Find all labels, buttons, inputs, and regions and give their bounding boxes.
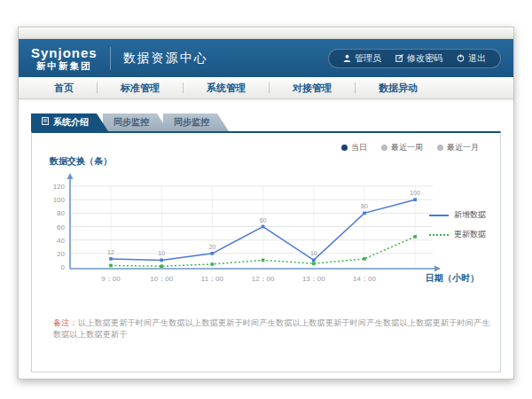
tab-label: 系统介绍 [53,113,89,131]
period-label: 当日 [351,142,367,153]
svg-text:12：00: 12：00 [252,275,275,283]
svg-text:11：00: 11：00 [201,275,224,283]
footnote-text: 以上数据更新于时间产生数据以上数据更新于时间产生数据以上数据更新于时间产生数据以… [53,318,490,339]
change-password-label: 修改密码 [407,52,442,65]
svg-text:40: 40 [57,237,65,245]
logout-button[interactable]: 退出 [450,52,493,65]
tab-label: 同步监控 [174,117,209,127]
nav-item-system-mgmt[interactable]: 系统管理 [184,82,269,95]
svg-text:0: 0 [61,263,66,271]
svg-text:120: 120 [53,183,66,191]
nav-item-standard-mgmt[interactable]: 标准管理 [98,82,183,95]
svg-text:20: 20 [209,244,216,250]
window-top-strip [19,27,513,39]
nav-item-interface-mgmt[interactable]: 对接管理 [270,82,355,95]
period-option-last-week[interactable]: 最近一周 [381,142,423,153]
solid-line-icon [429,215,449,216]
logo-chinese-name: 新中新集团 [31,60,98,71]
y-axis-title: 数据交换（条） [50,155,112,168]
user-menu: 管理员 修改密码 退出 [328,49,501,68]
svg-text:100: 100 [53,196,66,204]
radio-icon [381,145,387,151]
power-icon [457,54,465,62]
legend-label: 新增数据 [454,209,486,221]
tab-bar: 系统介绍 同步监控 同步监控 [31,113,501,131]
logout-label: 退出 [468,52,486,65]
svg-text:10: 10 [310,250,317,256]
edit-icon [395,54,403,62]
svg-text:10：00: 10：00 [150,275,173,283]
legend-entry-update-data: 更新数据 [429,229,486,240]
tab-label: 同步监控 [113,117,149,127]
header-divider [110,47,111,70]
logo-wordmark: Synjones [31,45,98,60]
nav-item-home[interactable]: 首页 [31,82,97,95]
svg-text:60: 60 [260,217,267,223]
svg-text:10: 10 [158,250,165,256]
app-header: Synjones 新中新集团 数据资源中心 管理员 修改密码 [19,39,513,77]
period-label: 最近一月 [447,142,479,153]
document-icon [42,113,49,131]
tab-system-intro[interactable]: 系统介绍 [31,113,108,131]
svg-text:12: 12 [107,249,114,255]
period-label: 最近一周 [391,142,423,153]
svg-text:9：00: 9：00 [101,275,121,283]
tab-sync-monitor-2[interactable]: 同步监控 [163,113,229,131]
svg-text:60: 60 [57,223,65,231]
tab-sync-monitor-1[interactable]: 同步监控 [103,113,168,131]
company-logo[interactable]: Synjones 新中新集团 [31,45,98,71]
svg-text:80: 80 [57,209,65,217]
legend-label: 更新数据 [454,229,486,240]
x-axis-title: 日期（小时） [426,272,479,285]
period-filter: 当日 最近一周 最近一月 [341,142,479,153]
footnote-label: 备注： [53,318,78,327]
svg-text:20: 20 [57,250,65,258]
period-option-today[interactable]: 当日 [341,142,367,153]
legend-entry-new-data: 新增数据 [429,209,486,221]
radio-icon [341,145,348,151]
svg-text:80: 80 [361,203,368,209]
dotted-line-icon [429,234,449,236]
period-option-last-month[interactable]: 最近一月 [437,142,479,153]
main-nav: 首页 标准管理 系统管理 对接管理 数据异动 [19,77,513,99]
chart-legend: 新增数据 更新数据 [429,209,486,248]
admin-user-label: 管理员 [355,52,381,65]
admin-user-button[interactable]: 管理员 [336,52,388,65]
page-title: 数据资源中心 [123,51,208,66]
svg-text:13：00: 13：00 [302,275,325,283]
user-icon [343,54,351,62]
svg-text:100: 100 [410,190,420,196]
footnote: 备注：以上数据更新于时间产生数据以上数据更新于时间产生数据以上数据更新于时间产生… [53,317,493,340]
chart-panel: 当日 最近一周 最近一月 数据交换（条） 0204060801001209：00… [31,131,501,372]
radio-icon [437,145,443,151]
app-window: Synjones 新中新集团 数据资源中心 管理员 修改密码 [18,27,514,379]
nav-item-data-change[interactable]: 数据异动 [356,82,441,95]
svg-text:14：00: 14：00 [353,275,376,283]
change-password-button[interactable]: 修改密码 [388,52,450,65]
